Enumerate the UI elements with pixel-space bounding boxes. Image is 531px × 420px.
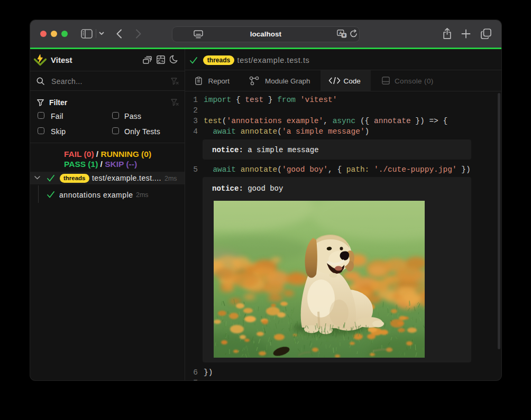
svg-text:★: ★ bbox=[342, 33, 346, 38]
